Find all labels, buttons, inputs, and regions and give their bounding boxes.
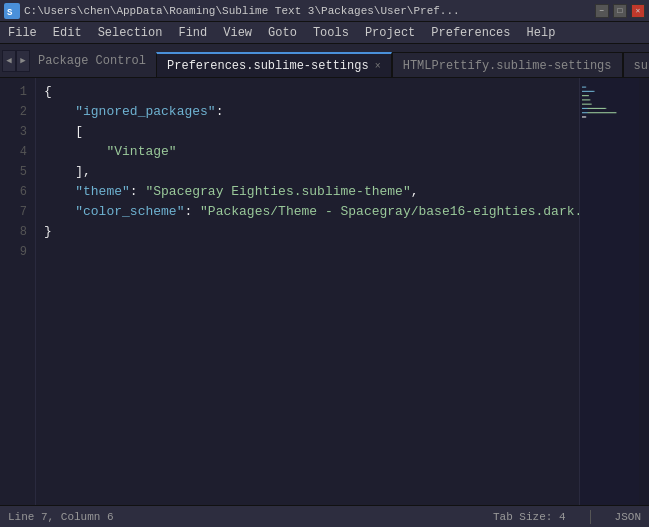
close-button[interactable]: ✕ (631, 4, 645, 18)
tab-1[interactable]: HTMLPrettify.sublime-settings (392, 52, 623, 78)
package-control-label[interactable]: Package Control (30, 54, 154, 68)
tab-bar: ◀ ▶ Package Control Preferences.sublime-… (0, 44, 649, 78)
code-line-5: ], (44, 162, 579, 182)
line-number: 2 (0, 102, 35, 122)
line-number: 4 (0, 142, 35, 162)
tab-label-0: Preferences.sublime-settings (167, 59, 369, 73)
title-bar: S C:\Users\chen\AppData\Roaming\Sublime … (0, 0, 649, 22)
code-line-2: "ignored_packages": (44, 102, 579, 122)
maximize-button[interactable]: □ (613, 4, 627, 18)
menu-item-selection[interactable]: Selection (90, 22, 171, 43)
code-line-7: "color_scheme": "Packages/Theme - Spaceg… (44, 202, 579, 222)
minimap-canvas (580, 78, 639, 505)
status-right: Tab Size: 4 JSON (493, 510, 641, 524)
line-numbers: 123456789 (0, 78, 36, 505)
tab-nav-left[interactable]: ◀ (2, 50, 16, 72)
minimize-button[interactable]: − (595, 4, 609, 18)
tab-size[interactable]: Tab Size: 4 (493, 511, 566, 523)
editor-container: 123456789 { "ignored_packages": [ "Vinta… (0, 78, 649, 505)
tab-close-0[interactable]: × (375, 61, 381, 72)
line-number: 6 (0, 182, 35, 202)
cursor-position[interactable]: Line 7, Column 6 (8, 511, 114, 523)
title-bar-controls: − □ ✕ (595, 4, 645, 18)
menu-item-view[interactable]: View (215, 22, 260, 43)
tab-nav-right[interactable]: ▶ (16, 50, 30, 72)
menu-item-file[interactable]: File (0, 22, 45, 43)
line-number: 7 (0, 202, 35, 222)
menu-item-preferences[interactable]: Preferences (423, 22, 518, 43)
code-line-1: { (44, 82, 579, 102)
menu-item-edit[interactable]: Edit (45, 22, 90, 43)
scrollbar[interactable] (639, 78, 649, 505)
tab-2[interactable]: sublime-build (623, 52, 649, 78)
status-divider (590, 510, 591, 524)
menu-item-project[interactable]: Project (357, 22, 423, 43)
menu-item-goto[interactable]: Goto (260, 22, 305, 43)
code-line-9 (44, 242, 579, 262)
tab-0[interactable]: Preferences.sublime-settings× (156, 52, 392, 78)
tab-bar-left: ◀ ▶ Package Control (0, 44, 156, 77)
tab-label-1: HTMLPrettify.sublime-settings (403, 59, 612, 73)
menu-item-help[interactable]: Help (519, 22, 564, 43)
tab-label-2: sublime-build (634, 59, 649, 73)
code-line-3: [ (44, 122, 579, 142)
code-area[interactable]: { "ignored_packages": [ "Vintage" ], "th… (36, 78, 579, 505)
line-number: 9 (0, 242, 35, 262)
line-number: 5 (0, 162, 35, 182)
code-line-4: "Vintage" (44, 142, 579, 162)
minimap[interactable] (579, 78, 639, 505)
line-number: 1 (0, 82, 35, 102)
menu-item-tools[interactable]: Tools (305, 22, 357, 43)
status-left: Line 7, Column 6 (8, 511, 493, 523)
title-bar-text: C:\Users\chen\AppData\Roaming\Sublime Te… (24, 5, 595, 17)
code-line-6: "theme": "Spacegray Eighties.sublime-the… (44, 182, 579, 202)
svg-text:S: S (7, 8, 13, 18)
menu-item-find[interactable]: Find (170, 22, 215, 43)
menu-bar: FileEditSelectionFindViewGotoToolsProjec… (0, 22, 649, 44)
line-number: 3 (0, 122, 35, 142)
tabs-container: Preferences.sublime-settings×HTMLPrettif… (156, 44, 649, 77)
line-number: 8 (0, 222, 35, 242)
code-line-8: } (44, 222, 579, 242)
syntax[interactable]: JSON (615, 511, 641, 523)
app-icon: S (4, 3, 20, 19)
status-bar: Line 7, Column 6 Tab Size: 4 JSON (0, 505, 649, 527)
